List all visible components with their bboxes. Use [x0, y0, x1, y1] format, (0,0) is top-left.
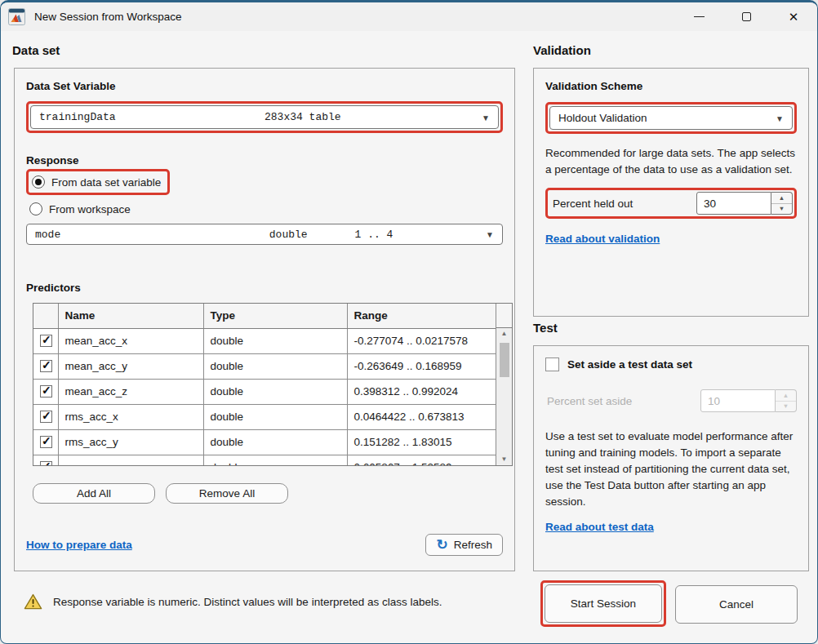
start-session-highlight: Start Session: [540, 580, 666, 627]
validation-panel: Validation Scheme Holdout Validation ▼ R…: [533, 68, 809, 317]
cancel-button[interactable]: Cancel: [675, 585, 798, 624]
radio-from-dataset[interactable]: From data set variable: [32, 173, 161, 191]
spinner-down-icon: ▼: [776, 402, 796, 412]
test-description: Use a test set to evaluate model perform…: [545, 429, 797, 510]
dataset-panel: Data Set Variable trainingData 283x34 ta…: [14, 68, 515, 571]
spinner-up-icon[interactable]: ▲: [771, 193, 792, 204]
chevron-down-icon: ▼: [776, 113, 784, 122]
checkbox-column-header: [33, 304, 58, 328]
range-column-header: Range: [347, 304, 497, 328]
percent-held-out-row: Percent held out ▲ ▼: [553, 192, 793, 215]
close-button[interactable]: ✕: [770, 2, 817, 31]
dataset-variable-name: trainingData: [39, 111, 116, 123]
refresh-icon: ↻: [436, 538, 447, 552]
spinner-down-icon[interactable]: ▼: [771, 204, 792, 215]
minimize-icon: [694, 16, 705, 17]
dataset-variable-info: 283x34 table: [265, 111, 341, 123]
predictor-range: -0.277074 .. 0.0217578: [347, 328, 497, 353]
test-checkbox[interactable]: [545, 358, 559, 371]
add-all-button[interactable]: Add All: [33, 483, 155, 504]
predictor-name: mean_acc_x: [58, 328, 203, 353]
scroll-up-icon[interactable]: ▲: [501, 328, 508, 340]
refresh-button-label: Refresh: [454, 539, 492, 551]
predictor-checkbox[interactable]: [40, 436, 52, 448]
predictor-name: rms_acc_z: [58, 455, 203, 466]
percent-held-out-stepper: ▲ ▼: [696, 192, 793, 215]
test-heading: Test: [533, 321, 558, 335]
chevron-down-icon: ▼: [482, 113, 490, 122]
predictor-name: mean_acc_y: [58, 353, 203, 379]
scroll-down-icon[interactable]: ▼: [501, 454, 508, 465]
read-about-test-data-link[interactable]: Read about test data: [545, 521, 654, 533]
validation-scheme-value: Holdout Validation: [558, 112, 647, 124]
close-icon: ✕: [789, 11, 799, 23]
predictor-range: 0.0464422 .. 0.673813: [347, 404, 497, 429]
radio-unselected-icon: [29, 202, 42, 215]
chevron-down-icon: ▼: [486, 230, 494, 239]
remove-all-button[interactable]: Remove All: [166, 483, 288, 504]
how-to-prepare-data-link[interactable]: How to prepare data: [26, 539, 132, 551]
maximize-icon: [742, 12, 751, 21]
predictor-checkbox[interactable]: [40, 360, 52, 372]
response-radio-highlight: From data set variable: [26, 169, 170, 195]
predictor-range: 0.151282 .. 1.83015: [347, 429, 497, 455]
type-column-header: Type: [203, 304, 347, 328]
name-column-header: Name: [58, 304, 203, 328]
response-label: Response: [26, 154, 503, 167]
matlab-app-icon: [8, 8, 25, 25]
predictor-type: double: [203, 328, 347, 353]
dataset-variable-dropdown[interactable]: trainingData 283x34 table ▼: [30, 105, 499, 129]
validation-scheme-highlight: Holdout Validation ▼: [545, 102, 797, 134]
predictor-range: 0.605867 .. 1.53589: [347, 455, 497, 466]
percent-held-out-label: Percent held out: [553, 198, 633, 210]
percent-set-aside-stepper: ▲ ▼: [700, 389, 797, 412]
warning-row: Response variable is numeric. Distinct v…: [24, 593, 442, 610]
predictor-checkbox[interactable]: [40, 461, 52, 466]
percent-set-aside-input: [700, 389, 776, 412]
start-session-button[interactable]: Start Session: [545, 584, 662, 623]
predictors-table: Name Type Range mean_acc_x double -0.277…: [33, 303, 513, 466]
percent-held-out-highlight: Percent held out ▲ ▼: [545, 188, 797, 219]
radio-from-dataset-label: From data set variable: [51, 176, 161, 189]
predictor-checkbox[interactable]: [40, 335, 52, 347]
predictor-type: double: [203, 404, 347, 429]
table-row: rms_acc_x double 0.0464422 .. 0.673813: [33, 404, 497, 429]
dataset-variable-label: Data Set Variable: [26, 80, 503, 92]
percent-set-aside-row: Percent set aside ▲ ▼: [545, 389, 797, 412]
dataset-panel-footer: How to prepare data ↻ Refresh: [26, 534, 503, 556]
maximize-button[interactable]: [722, 2, 770, 31]
response-variable-name: mode: [35, 229, 60, 241]
validation-scheme-dropdown[interactable]: Holdout Validation ▼: [549, 106, 793, 130]
predictor-name: rms_acc_y: [58, 429, 203, 455]
window-title: New Session from Workspace: [34, 11, 182, 23]
table-row: rms_acc_y double 0.151282 .. 1.83015: [33, 429, 497, 455]
predictor-type: double: [203, 429, 347, 455]
percent-held-out-input[interactable]: [696, 192, 771, 215]
predictor-checkbox[interactable]: [40, 411, 52, 423]
refresh-button[interactable]: ↻ Refresh: [425, 534, 503, 556]
response-variable-type: double: [269, 229, 308, 241]
predictor-buttons-row: Add All Remove All: [33, 483, 503, 504]
table-header-row: Name Type Range: [33, 304, 497, 328]
predictor-name: mean_acc_z: [58, 379, 203, 404]
predictor-type: double: [203, 455, 347, 466]
dialog-window: New Session from Workspace ✕ Data set Da…: [0, 0, 818, 644]
set-aside-test-checkbox-row[interactable]: Set aside a test data set: [545, 358, 797, 371]
scrollbar-thumb[interactable]: [500, 343, 509, 377]
minimize-button[interactable]: [675, 2, 722, 31]
table-row: rms_acc_z double 0.605867 .. 1.53589: [33, 455, 497, 466]
predictor-checkbox[interactable]: [40, 385, 52, 398]
table-row: mean_acc_z double 0.398312 .. 0.992024: [33, 379, 497, 404]
test-panel: Set aside a test data set Percent set as…: [533, 345, 809, 571]
dataset-heading: Data set: [12, 43, 60, 57]
window-controls: ✕: [675, 2, 817, 31]
response-variable-dropdown[interactable]: mode double 1 .. 4 ▼: [26, 224, 503, 245]
title-bar: New Session from Workspace ✕: [1, 2, 817, 31]
predictor-range: 0.398312 .. 0.992024: [347, 379, 497, 404]
predictor-name: rms_acc_x: [58, 404, 203, 429]
read-about-validation-link[interactable]: Read about validation: [545, 233, 660, 245]
radio-from-workspace[interactable]: From workspace: [29, 201, 503, 217]
table-scrollbar[interactable]: ▲ ▼: [496, 304, 512, 465]
scrollbar-track[interactable]: ▲ ▼: [496, 328, 512, 465]
radio-selected-icon: [32, 175, 45, 189]
